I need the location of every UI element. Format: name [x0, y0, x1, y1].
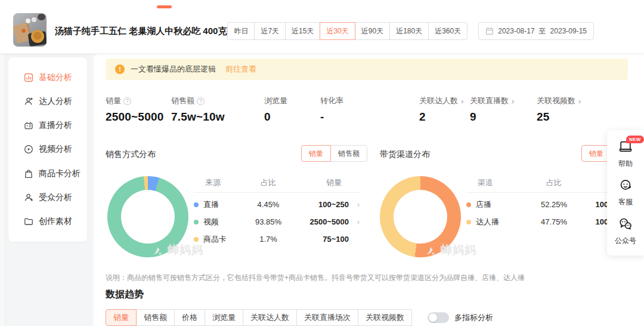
- sidebar-item-product-card-analysis[interactable]: 商品卡分析: [8, 162, 87, 185]
- date-range-7d[interactable]: 近7天: [254, 22, 286, 40]
- stat-linked-videos[interactable]: 关联视频数› 25: [537, 96, 581, 124]
- metric-sales-amount-button[interactable]: 销售额: [330, 145, 367, 162]
- date-picker[interactable]: 2023-08-17 至 2023-09-15: [478, 22, 594, 40]
- scrollbar-track[interactable]: [0, 54, 5, 326]
- sidebar-item-creative-material[interactable]: 创作素材: [8, 210, 87, 233]
- trend-tab-linked-videos[interactable]: 关联视频数: [358, 309, 412, 326]
- stat-value: 25: [537, 110, 581, 124]
- sidebar-item-basic-analysis[interactable]: 基础分析: [8, 66, 87, 89]
- stat-value: 9: [470, 110, 514, 124]
- trend-controls: 销量 销售额 价格 浏览量 关联达人数 关联直播场次 关联视频数 多指标分析: [106, 309, 493, 326]
- trend-tab-page-views[interactable]: 浏览量: [205, 309, 243, 326]
- header: 汤猫子纯手工五仁 老巢湖人中秋必吃 400克每块 包邮 昨日 近7天 近15天 …: [0, 0, 644, 54]
- col-percent: 占比: [246, 177, 290, 188]
- help-button[interactable]: NEW 帮助: [607, 140, 644, 169]
- chevron-right-icon[interactable]: ›: [349, 200, 360, 209]
- row-percent: 1.7%: [246, 235, 290, 244]
- play-circle-icon: [24, 144, 33, 154]
- row-percent: 52.25%: [532, 200, 576, 209]
- date-range-360d[interactable]: 近360天: [428, 22, 467, 40]
- date-range-yesterday[interactable]: 昨日: [227, 22, 255, 40]
- table-row-live[interactable]: 直播 4.45% 100~250 ›: [194, 196, 360, 213]
- calendar-icon: [485, 27, 494, 35]
- sidebar-item-label: 商品卡分析: [39, 168, 80, 179]
- data-trend-title: 数据趋势: [106, 288, 144, 301]
- sidebar-item-label: 直播分析: [39, 120, 72, 131]
- sales-method-title: 销售方式分布: [106, 149, 156, 160]
- date-range-15d[interactable]: 近15天: [285, 22, 320, 40]
- stat-linked-lives[interactable]: 关联直播数› 9: [470, 96, 514, 124]
- box-label-shape: [21, 29, 26, 33]
- sales-method-metric-group: 销量 销售额: [301, 145, 367, 162]
- date-start: 2023-08-17: [498, 27, 534, 35]
- channel-title: 带货渠道分布: [380, 149, 430, 160]
- audience-icon: [24, 193, 33, 202]
- teapot-shape: [38, 14, 45, 20]
- table-row-product-card[interactable]: 商品卡 1.7% 75~100: [194, 230, 360, 248]
- wechat-label: 公众号: [607, 236, 644, 246]
- row-label: 达人播: [476, 217, 499, 227]
- floating-help-panel: NEW 帮助 客服 公众号: [607, 130, 644, 256]
- row-sales: 100~250: [290, 200, 349, 209]
- headset-icon: [618, 178, 633, 192]
- trend-tab-price[interactable]: 价格: [174, 309, 205, 326]
- chevron-right-icon[interactable]: ›: [349, 217, 360, 226]
- date-end: 2023-09-15: [550, 27, 587, 35]
- row-percent: 47.75%: [532, 217, 576, 226]
- product-image: [13, 13, 47, 47]
- customer-service-button[interactable]: 客服: [607, 178, 644, 207]
- legend-dot: [466, 220, 471, 224]
- stat-value: 7.5w~10w: [171, 110, 225, 124]
- multi-metric-label: 多指标分析: [454, 312, 493, 323]
- trend-tab-linked-influencers[interactable]: 关联达人数: [243, 309, 297, 326]
- stat-sales-amount: 销售额? 7.5w~10w: [171, 96, 225, 124]
- legend-dot: [466, 202, 471, 207]
- legend-dot: [194, 237, 199, 242]
- chevron-right-icon: ›: [578, 97, 581, 106]
- sidebar-item-label: 创作素材: [39, 216, 72, 227]
- trend-tab-linked-live-sessions[interactable]: 关联直播场次: [296, 309, 358, 326]
- help-label: 帮助: [607, 159, 644, 169]
- stat-linked-influencers[interactable]: 关联达人数› 2: [419, 96, 463, 124]
- help-icon[interactable]: ?: [197, 97, 205, 105]
- sidebar-item-label: 受众分析: [39, 192, 72, 203]
- sales-method-table: 来源 占比 销量 直播 4.45% 100~250 › 视频 93.85% 25…: [194, 176, 360, 248]
- sidebar-item-label: 视频分析: [39, 144, 72, 155]
- date-range-30d[interactable]: 近30天: [320, 22, 355, 40]
- wechat-official-account-button[interactable]: 公众号: [607, 217, 644, 246]
- row-sales: 75~100: [290, 235, 349, 244]
- banner-link[interactable]: 前往查看: [225, 64, 256, 75]
- sidebar-item-live-analysis[interactable]: 直播分析: [8, 114, 87, 137]
- row-percent: 4.45%: [246, 200, 290, 209]
- multi-metric-toggle[interactable]: [428, 312, 449, 323]
- date-range-group: 昨日 近7天 近15天 近30天 近90天 近180天 近360天: [227, 22, 467, 40]
- stat-value: -: [320, 110, 343, 124]
- cup-shape: [32, 17, 36, 22]
- watermark: 蝉妈妈: [423, 242, 476, 258]
- trend-tab-sales-amount[interactable]: 销售额: [136, 309, 175, 326]
- row-label: 直播: [203, 199, 219, 210]
- chevron-right-icon: ›: [512, 97, 514, 106]
- sidebar-item-video-analysis[interactable]: 视频分析: [8, 138, 87, 161]
- trend-tab-sales-volume[interactable]: 销量: [106, 309, 137, 326]
- cup-shape: [26, 19, 30, 23]
- metric-sales-volume-button[interactable]: 销量: [301, 145, 331, 162]
- stat-conversion-rate: 转化率 -: [320, 96, 343, 124]
- top-accent-dash: [157, 5, 172, 8]
- banner-text: 一文看懂爆品的底层逻辑: [131, 64, 216, 75]
- stat-label: 关联直播数: [470, 96, 509, 106]
- date-controls: 昨日 近7天 近15天 近30天 近90天 近180天 近360天 2023-0…: [227, 22, 594, 40]
- row-label: 店播: [476, 199, 491, 210]
- table-row-video[interactable]: 视频 93.85% 2500~5000 ›: [194, 213, 360, 230]
- date-range-180d[interactable]: 近180天: [389, 22, 429, 40]
- date-separator: 至: [539, 26, 546, 36]
- date-range-90d[interactable]: 近90天: [355, 22, 390, 40]
- help-icon[interactable]: ?: [123, 97, 131, 105]
- sidebar-item-audience-analysis[interactable]: 受众分析: [8, 186, 87, 210]
- explanation-note: 说明：商品的销售可按销售方式区分，它包括抖音号带货+商品卡销售。抖音号带货又可以…: [106, 273, 525, 283]
- sidebar: 基础分析 达人分析 直播分析 视频分析 商品卡分析 受众分析 创作素材: [8, 57, 87, 242]
- sidebar-item-influencer-analysis[interactable]: 达人分析: [8, 90, 87, 113]
- shopping-bag-icon: [24, 169, 33, 179]
- legend-dot: [194, 202, 199, 207]
- bar-chart-icon: [24, 73, 33, 82]
